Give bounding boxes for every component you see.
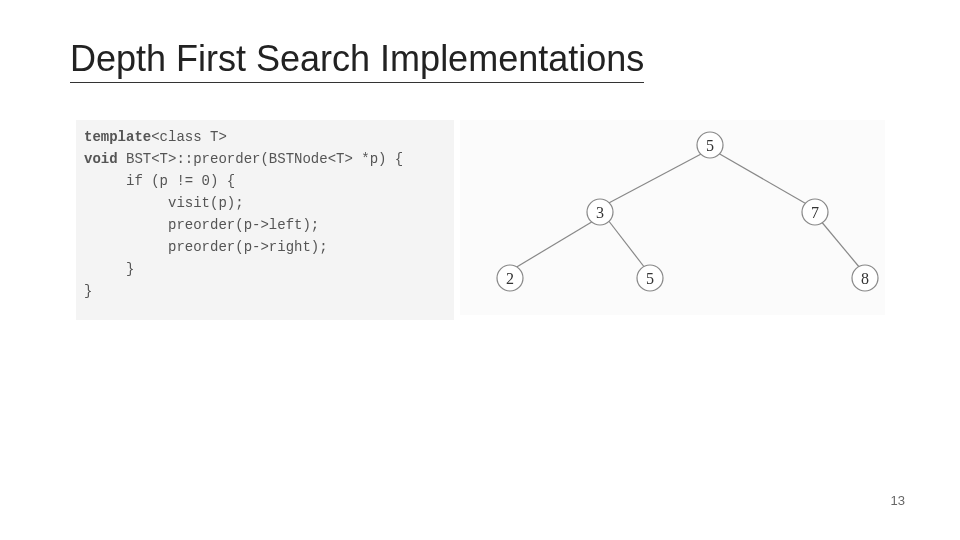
code-l1b: BST<T>::preorder(BSTNode<T> *p) {: [118, 151, 404, 167]
node-label: 2: [506, 270, 514, 287]
code-l0b: <class T>: [151, 129, 227, 145]
page-title: Depth First Search Implementations: [70, 38, 644, 83]
kw-void: void: [84, 151, 118, 167]
code-l4: preorder(p->left);: [84, 217, 319, 233]
code-l2: if (p != 0) {: [84, 173, 235, 189]
tree-node-rr: 8: [852, 265, 878, 291]
code-l3: visit(p);: [84, 195, 244, 211]
kw-template: template: [84, 129, 151, 145]
page-number: 13: [891, 493, 905, 508]
node-label: 5: [706, 137, 714, 154]
node-label: 8: [861, 270, 869, 287]
edge: [608, 220, 645, 268]
tree-node-right: 7: [802, 199, 828, 225]
edge: [718, 153, 810, 206]
tree-node-root: 5: [697, 132, 723, 158]
slide: Depth First Search Implementations templ…: [0, 0, 960, 540]
edge: [605, 153, 703, 205]
code-l6: }: [84, 261, 134, 277]
tree-node-ll: 2: [497, 265, 523, 291]
node-label: 5: [646, 270, 654, 287]
code-l5: preorder(p->right);: [84, 239, 328, 255]
edge: [515, 220, 595, 268]
tree-node-lr: 5: [637, 265, 663, 291]
node-label: 3: [596, 204, 604, 221]
code-snippet: template<class T> void BST<T>::preorder(…: [76, 120, 454, 320]
edge: [820, 220, 860, 268]
tree-node-left: 3: [587, 199, 613, 225]
tree-diagram: 5 3 7 2 5 8: [460, 120, 885, 315]
node-label: 7: [811, 204, 819, 221]
code-l7: }: [84, 283, 92, 299]
